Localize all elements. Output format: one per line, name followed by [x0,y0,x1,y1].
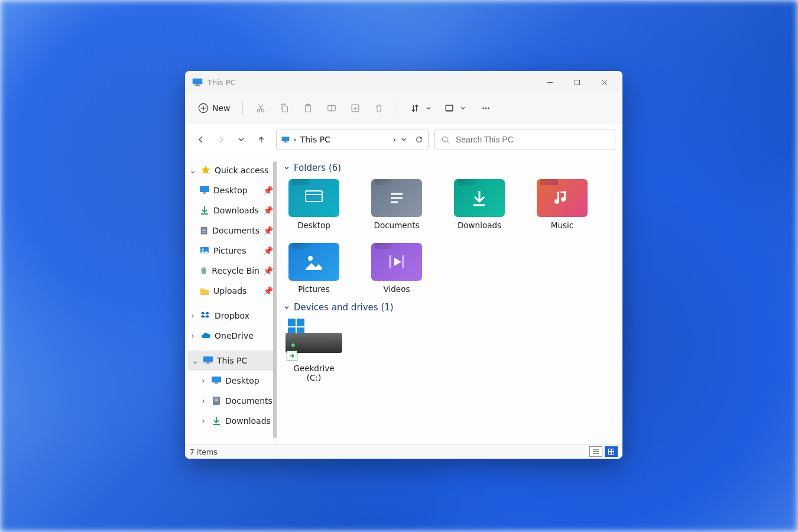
chevron-down-icon[interactable] [400,135,408,144]
search-input[interactable] [455,134,609,145]
scrollbar[interactable] [273,161,277,438]
sidebar-label: This PC [217,356,247,365]
search-icon [441,135,450,144]
chevron-right-icon[interactable]: › [189,311,197,320]
sidebar-item-documents[interactable]: Documents 📌 [185,220,277,241]
cut-button[interactable] [250,98,271,119]
folder-pictures[interactable]: Pictures [287,243,341,294]
sidebar-label: Uploads [213,286,246,296]
details-view-button[interactable] [589,446,602,457]
sidebar-pc-desktop[interactable]: › Desktop [185,371,277,391]
separator [397,101,397,115]
recycle-bin-icon [199,265,208,276]
sidebar-item-desktop[interactable]: Desktop 📌 [185,180,277,200]
svg-rect-62 [609,452,611,455]
window-title: This PC [207,78,236,87]
sidebar-item-recycle-bin[interactable]: Recycle Bin 📌 [185,261,277,281]
sidebar-dropbox[interactable]: › Dropbox [185,306,277,326]
sidebar-item-downloads[interactable]: Downloads 📌 [185,200,277,220]
svg-rect-27 [284,142,288,142]
address-bar[interactable]: › This PC › [276,129,429,150]
chevron-down-icon[interactable] [460,105,466,111]
svg-rect-26 [284,141,287,142]
address-text: This PC [300,135,390,144]
rename-button[interactable] [321,98,342,119]
sidebar-item-uploads[interactable]: Uploads 📌 [185,281,277,301]
back-button[interactable] [192,131,210,148]
folder-music[interactable]: Music [535,179,589,230]
item-label: Geekdrive (C:) [287,364,341,382]
folder-videos[interactable]: Videos [369,243,424,294]
svg-point-22 [482,108,484,109]
chevron-right-icon[interactable]: › [199,416,207,426]
download-icon [211,416,222,426]
folder-downloads[interactable]: Downloads [452,179,507,230]
section-folders[interactable]: Folders (6) [283,163,617,173]
drive-c[interactable]: Geekdrive (C:) [287,319,341,382]
item-label: Downloads [458,220,501,230]
cloud-icon [200,330,211,341]
paste-button[interactable] [297,98,319,119]
item-label: Desktop [297,220,330,230]
titlebar[interactable]: This PC [185,71,622,93]
forward-button[interactable] [212,131,230,148]
chevron-down-icon[interactable] [426,105,432,111]
folder-icon [288,243,339,281]
sidebar-quick-access[interactable]: ⌄ Quick access [185,160,277,180]
navigation-pane: ⌄ Quick access Desktop 📌 Downloads 📌 Doc… [185,155,277,444]
pin-icon: 📌 [263,186,273,195]
icons-view-button[interactable] [605,446,618,457]
minimize-button[interactable] [536,71,563,93]
section-drives[interactable]: Devices and drives (1) [283,302,617,313]
new-button[interactable]: New [193,99,235,117]
svg-point-28 [442,137,447,141]
sidebar-item-pictures[interactable]: Pictures 📌 [185,241,277,261]
folder-icon [371,243,422,281]
chevron-right-icon[interactable]: › [189,331,197,340]
section-label: Devices and drives (1) [294,302,394,313]
folder-icon [288,179,339,217]
sidebar-label: Downloads [225,416,271,426]
close-button[interactable] [591,71,618,93]
item-label: Videos [384,284,410,294]
delete-button[interactable] [368,98,390,119]
item-label: Pictures [298,284,329,294]
svg-rect-52 [402,255,404,268]
sidebar-pc-downloads[interactable]: › Downloads [185,411,277,431]
document-icon [211,395,222,406]
sidebar-pc-documents[interactable]: › Documents [185,391,277,411]
chevron-down-icon[interactable]: ⌄ [191,356,199,365]
maximize-button[interactable] [563,71,591,93]
chevron-right-icon[interactable]: › [199,396,207,406]
sort-button[interactable] [404,98,426,119]
sidebar-this-pc[interactable]: ⌄ This PC [187,351,274,371]
folder-desktop[interactable]: Desktop [287,179,341,230]
share-button[interactable] [345,98,366,119]
folder-icon [537,179,588,217]
svg-point-24 [488,108,489,109]
folder-documents[interactable]: Documents [369,179,424,230]
this-pc-icon [281,135,290,144]
refresh-icon[interactable] [415,135,423,144]
svg-rect-60 [609,449,611,452]
svg-rect-31 [203,192,206,194]
sidebar-label: Documents [212,226,259,235]
sidebar-onedrive[interactable]: › OneDrive [185,326,277,346]
up-button[interactable] [252,131,270,148]
chevron-down-icon[interactable]: ⌄ [189,166,197,175]
svg-rect-1 [196,85,199,86]
svg-rect-54 [297,319,304,326]
download-icon [199,205,210,216]
svg-rect-30 [200,186,209,192]
recent-button[interactable] [232,131,250,148]
view-button[interactable] [439,98,460,119]
item-count: 7 items [190,447,218,456]
more-button[interactable] [475,98,497,119]
copy-button[interactable] [274,98,295,119]
chevron-right-icon[interactable]: › [199,376,207,385]
svg-rect-4 [575,80,579,85]
search-box[interactable] [434,129,615,150]
sidebar-label: Pictures [213,246,246,255]
file-explorer-window: This PC New › This PC › [185,71,622,459]
sidebar-label: Downloads [213,206,259,215]
